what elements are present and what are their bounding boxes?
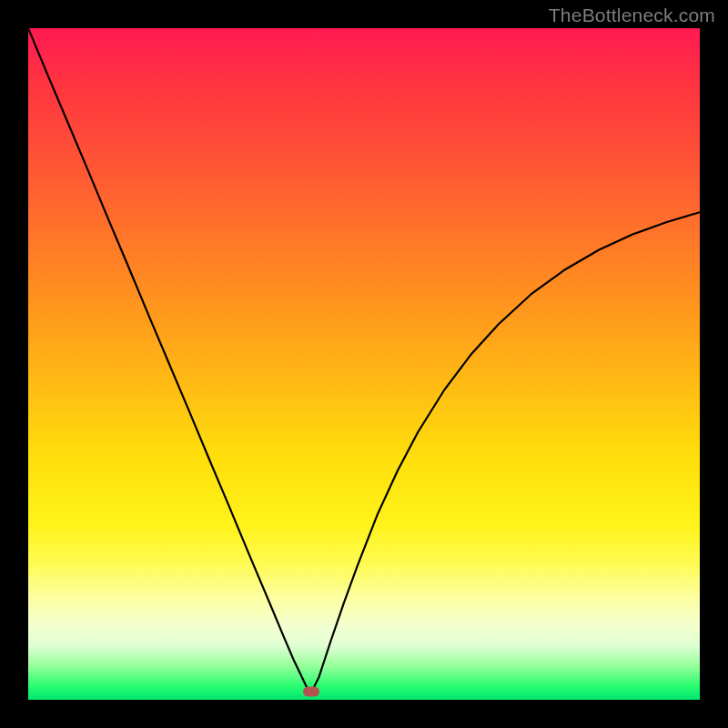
chart-stage: TheBottleneck.com — [0, 0, 728, 728]
curve-svg — [28, 28, 700, 700]
curve-left-branch — [28, 28, 311, 693]
curve-right-branch — [311, 212, 700, 693]
plot-area — [28, 28, 700, 700]
watermark-text: TheBottleneck.com — [549, 5, 715, 26]
bottleneck-marker — [303, 687, 319, 697]
